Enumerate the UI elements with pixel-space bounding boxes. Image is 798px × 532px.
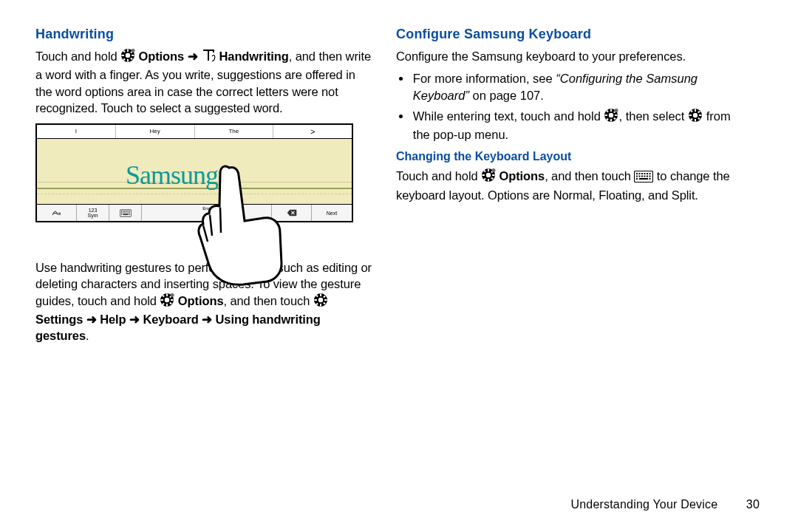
heading-change-layout: Changing the Keyboard Layout [396, 150, 745, 163]
txt: . [86, 329, 89, 342]
page-footer: Understanding Your Device 30 [570, 498, 760, 511]
key-mode [37, 205, 77, 221]
handwriting-t-icon [201, 48, 216, 66]
gear-options-icon [481, 168, 496, 186]
keyboard-icon [634, 170, 653, 186]
list-item: For more information, see “Configuring t… [412, 70, 745, 103]
txt: Touch and hold [35, 50, 120, 63]
key-keyboard-switch [109, 205, 142, 221]
right-column: Configure Samsung Keyboard Configure the… [390, 27, 745, 517]
suggestions-row: I Hey The > [37, 125, 352, 139]
handwriting-figure: I Hey The > Samsung 123Sym [35, 123, 353, 222]
suggestion-item: I [37, 125, 116, 138]
txt: , then select [618, 109, 688, 123]
heading-configure-keyboard: Configure Samsung Keyboard [396, 27, 745, 42]
suggestion-item: Hey [116, 125, 195, 138]
page-number: 30 [736, 498, 760, 511]
key-next: Next [312, 205, 352, 221]
txt: , and then touch [223, 294, 313, 307]
suggestion-more: > [273, 125, 352, 138]
key-sym: 123Sym [77, 205, 109, 221]
manual-page: Handwriting Touch and hold Options ➜ Han… [0, 0, 798, 532]
suggestion-item: The [195, 125, 274, 138]
txt-options: Options [499, 169, 545, 183]
gear-options-icon [120, 48, 135, 66]
handwriting-paragraph-1: Touch and hold Options ➜ Handwriting, an… [35, 48, 372, 116]
bullet-list: For more information, see “Configuring t… [396, 70, 745, 143]
txt-options: Options [139, 50, 185, 63]
gear-settings-icon [688, 108, 703, 126]
left-column: Handwriting Touch and hold Options ➜ Han… [35, 27, 390, 517]
keyboard-bottom-row: 123Sym Eng ⎵ Next [37, 205, 352, 221]
list-item: While entering text, touch and hold , th… [412, 108, 745, 143]
txt-options: Options [178, 294, 224, 307]
heading-handwriting: Handwriting [35, 27, 372, 42]
txt: For more information, see [413, 72, 556, 85]
gear-options-icon [160, 293, 174, 311]
section-title: Understanding Your Device [570, 498, 717, 511]
gear-options-icon [604, 108, 618, 126]
layout-paragraph: Touch and hold Options, and then touch t… [396, 168, 745, 203]
txt: on page 107. [469, 89, 544, 102]
pointing-hand-illustration [196, 162, 284, 280]
txt-path: Settings ➜ Help ➜ Keyboard ➜ Using handw… [35, 313, 321, 342]
txt: , and then touch [545, 169, 634, 183]
txt-arrow: ➜ [188, 50, 201, 63]
configure-paragraph: Configure the Samsung keyboard to your p… [396, 48, 745, 64]
handwriting-canvas: Samsung [37, 139, 352, 205]
txt: Touch and hold [396, 169, 481, 183]
txt-handwriting: Handwriting [219, 50, 289, 63]
gear-settings-icon [313, 293, 328, 311]
txt: While entering text, touch and hold [413, 109, 604, 123]
